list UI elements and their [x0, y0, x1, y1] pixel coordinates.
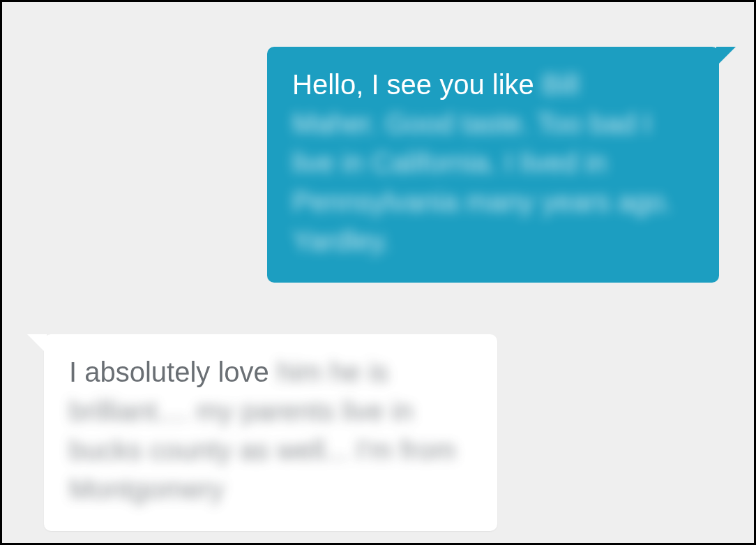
sent-message-redacted-inline: Bill: [542, 69, 579, 100]
received-message-visible-text: I absolutely love: [69, 357, 277, 387]
message-bubble-received[interactable]: I absolutely love him he is brilliant...…: [44, 334, 497, 531]
sent-message-visible-text: Hello, I see you like: [292, 69, 542, 100]
bubble-tail-icon: [27, 334, 47, 354]
received-message-redacted-block: brilliant.... my parents live in bucks c…: [69, 391, 472, 509]
sent-message-redacted-block: Maher. Good taste. Too bad I live in Cal…: [292, 104, 694, 260]
bubble-tail-icon: [716, 47, 736, 66]
message-bubble-sent[interactable]: Hello, I see you like Bill Maher. Good t…: [267, 47, 719, 283]
received-message-redacted-inline: him he is: [277, 357, 388, 387]
chat-viewport: Hello, I see you like Bill Maher. Good t…: [0, 0, 756, 545]
